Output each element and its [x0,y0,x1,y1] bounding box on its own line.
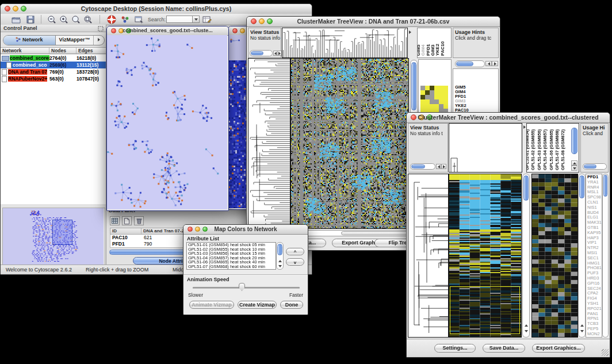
tv2-column-label[interactable]: GPL51-07 (GSM868) [554,129,560,170]
tv2-save-data-button[interactable]: Save Data... [483,344,525,352]
tv1-column-dendrogram[interactable] [282,28,408,58]
control-panel-title: Control Panel [3,25,37,31]
animation-speed-label: Animation Speed [187,277,230,282]
network-row[interactable]: combined_scores2764(0)16218(0) [1,55,106,62]
tv2-column-label[interactable]: GPL51-04 (GSM857) [542,129,548,170]
tv2-column-dendrogram[interactable] [449,123,522,173]
tv2-column-labels[interactable]: GPL51-01 (GSM854)GPL51-02 (GSM855)GPL51-… [526,123,579,173]
zoom-fit-icon[interactable] [83,15,93,24]
tv2-heatmap-vscrollbar[interactable] [522,174,530,338]
file-icon [6,62,12,68]
matrix-cell [425,95,430,99]
open-folder-icon[interactable] [11,15,21,24]
zoom-in-icon[interactable] [59,15,69,24]
treeview2-titlebar[interactable]: ClusterMaker TreeView : combined_scores_… [407,113,610,123]
tab-network[interactable]: Network [3,36,56,45]
save-icon[interactable] [25,15,36,24]
move-up-button[interactable]: ^ [286,248,304,255]
network-overview[interactable] [2,208,105,266]
tv2-column-label[interactable]: GPL51-03 (GSM856) [537,129,542,170]
main-titlebar[interactable]: Cytoscape Desktop (Session Name: collins… [1,4,312,14]
tv1-column-label[interactable]: YKE2 [435,44,440,56]
netview1-titlebar[interactable]: combined_scores_good.txt--cluste... [107,26,228,36]
tv2-zoom-heatmap[interactable] [531,174,578,338]
move-down-button[interactable]: v [286,258,304,266]
matrix-cell [443,90,448,95]
tv1-heatmap-hscrollbar[interactable] [290,230,417,236]
tab-vizmapper[interactable]: VizMapper™ [56,36,94,45]
plugins-icon[interactable] [120,15,131,24]
attribute-item[interactable]: GPL51-07 (GSM868) heat shock 60 min [187,265,276,269]
tv2-row-dendrogram[interactable] [408,174,449,338]
network-canvas-1[interactable] [107,35,227,209]
tv1-usage-hints-text: Click and drag tc [453,35,498,41]
network-list-blank [1,82,106,204]
tv2-export-graphics-button[interactable]: Export Graphics... [532,344,585,352]
tv2-column-label[interactable]: GPL51-08 (GSM872) [560,129,565,170]
create-attribute-button[interactable] [122,216,132,225]
attribute-editor-icon[interactable] [202,15,212,24]
tab-overflow-button[interactable] [94,36,104,45]
network-row[interactable]: RNAPuberNov2+563(0)107847(0) [1,75,106,82]
tv2-column-label[interactable]: GPL51-02 (GSM855) [530,129,536,170]
help-lifesaver-icon[interactable] [106,15,117,24]
slider-thumb[interactable] [239,283,245,291]
tv1-status-hscrollbar[interactable] [250,50,273,56]
tv1-correlation-matrix[interactable] [420,86,448,113]
tv2-view-status-title: View Status [408,124,447,131]
tv1-right-hscrollbar[interactable] [455,60,485,67]
tv1-row-dendrogram[interactable] [248,58,290,229]
zoom-selected-icon[interactable] [71,15,81,24]
resize-grip[interactable] [602,349,609,356]
delete-attribute-button[interactable] [134,216,144,225]
treeview1-titlebar[interactable]: ClusterMaker TreeView : DNA and Tran 07-… [247,17,500,27]
animate-vizmap-button[interactable]: Animate Vizmap [189,301,234,309]
tv2-collabels-scrollbar[interactable] [571,124,578,164]
search-dropdown-button[interactable] [192,16,200,23]
network-nodes: 563(0) [49,76,76,82]
tv2-settings-button[interactable]: Settings... [434,344,476,352]
tv1-view-status-title: View Status [248,28,281,35]
network-nodes: 769(0) [49,69,76,75]
faster-label: Faster [289,292,303,298]
close-button[interactable] [232,28,238,33]
data-col-id[interactable]: ID [110,228,141,234]
search-input[interactable] [166,16,193,23]
animation-speed-slider[interactable] [193,287,300,289]
tv1-column-label[interactable]: PAC10 [440,41,445,56]
tv2-heatmap[interactable] [449,174,522,338]
tv2-hints-hscrollbar[interactable] [583,163,607,170]
tv2-row-labels[interactable]: PFD1YRA1RNR4MSL1SPC98CLN1NIS1BUD4ELG1MAK… [587,175,602,337]
snapshot-icon[interactable] [134,15,144,24]
tv2-column-label[interactable]: GPL51-06 (GSM865) [549,129,554,170]
tv2-row-label[interactable]: MON2 [587,332,602,337]
tv2-labels-vscrollbar[interactable] [602,174,609,338]
col-edges[interactable]: Edges [76,48,106,53]
create-vizmap-button[interactable]: Create Vizmap [238,301,277,309]
tv1-column-label[interactable]: GIM4 [420,44,426,56]
tv2-zoom-vscrollbar[interactable] [578,174,586,338]
network-name: combined_scores [10,55,49,61]
tv2-expand-arrow-icon[interactable] [523,125,526,129]
dialog-titlebar[interactable]: Map Colors to Network [183,225,308,235]
col-network[interactable]: Network [1,48,49,53]
matrix-cell [439,99,443,104]
minimize-button[interactable] [240,28,245,33]
tv1-expand-arrow-icon[interactable] [409,30,411,34]
attribute-list[interactable]: GPL51-01 (GSM854) heat shock 05 minGPL51… [186,242,276,270]
network-edges: 13112(15) [76,62,106,68]
network-row[interactable]: combined_sco2569(6)13112(15) [1,62,106,68]
treeview1-title: ClusterMaker TreeView : DNA and Tran 07-… [247,18,500,25]
tv2-column-label[interactable]: GPL51-01 (GSM854) [526,129,530,170]
attribute-select-button[interactable] [110,216,120,225]
tv1-heatmap[interactable] [290,58,409,229]
tv2-status-hscrollbar[interactable] [410,163,435,170]
col-nodes[interactable]: Nodes [49,48,76,53]
float-panel-icon[interactable] [98,26,104,32]
zoom-out-icon[interactable] [47,15,57,24]
attribute-list-scrollbar[interactable] [276,242,284,270]
tv1-column-labels[interactable]: GIM5GIM4PFD1GIM3YKE2PAC10 [417,28,452,58]
done-button[interactable]: Done [280,301,303,309]
network-row[interactable]: DNA and Tran 07769(0)183728(0) [1,68,106,75]
matrix-cell [434,95,439,99]
